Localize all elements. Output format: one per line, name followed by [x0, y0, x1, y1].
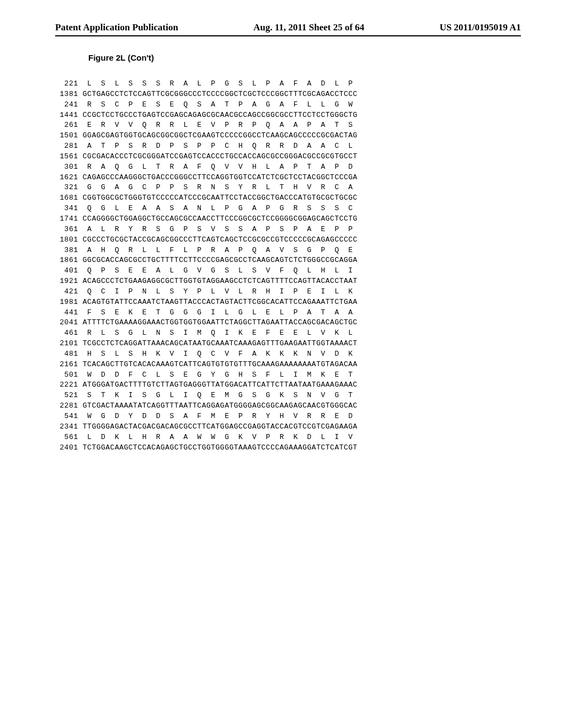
page-container: Patent Application Publication Aug. 11, …	[0, 0, 565, 475]
header-center: Aug. 11, 2011 Sheet 25 of 64	[253, 22, 364, 33]
header-right: US 2011/0195019 A1	[440, 22, 521, 33]
header-left: Patent Application Publication	[55, 22, 178, 33]
page-header: Patent Application Publication Aug. 11, …	[55, 22, 521, 36]
sequence-listing: 221 L S L S S S R A L P G S L P A F A D …	[55, 79, 521, 453]
figure-title: Figure 2L (Con't)	[88, 53, 521, 62]
